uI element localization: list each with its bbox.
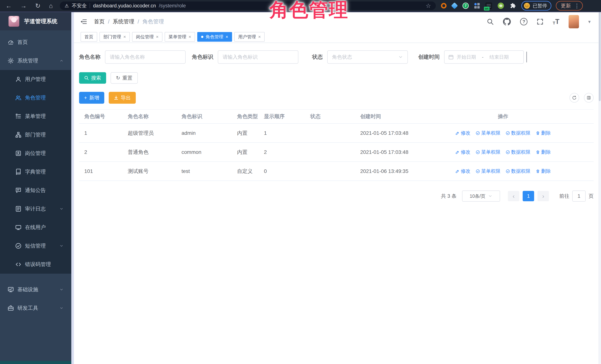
extension-ring-icon[interactable] — [441, 3, 447, 9]
tab-users[interactable]: 用户管理 × — [234, 32, 265, 42]
scrollbar-thumb[interactable] — [599, 12, 601, 101]
sidebar-item-users[interactable]: 用户管理 — [0, 70, 71, 89]
reset-button[interactable]: ↻ 重置 — [110, 72, 138, 84]
extensions-puzzle-icon[interactable] — [510, 3, 516, 9]
cell-role-sort: 1 — [259, 130, 305, 136]
date-range-picker[interactable]: 开始日期 - 结束日期 — [444, 50, 524, 64]
role-name-label: 角色名称 — [79, 53, 100, 61]
data-permission-action[interactable]: 数据权限 — [506, 168, 531, 174]
github-icon[interactable] — [503, 18, 511, 26]
tab-departments[interactable]: 部门管理 × — [100, 32, 130, 42]
export-button[interactable]: 导出 — [109, 92, 136, 104]
back-icon[interactable]: ← — [6, 3, 12, 9]
menu-permission-action[interactable]: 菜单权限 — [476, 168, 501, 174]
circle-check-icon — [15, 243, 22, 249]
breadcrumb-system[interactable]: 系统管理 — [113, 18, 134, 25]
extension-dark-icon[interactable]: on — [485, 2, 492, 9]
sidebar-item-menus[interactable]: 菜单管理 — [0, 107, 71, 126]
not-secure-icon: ⚠ — [65, 3, 69, 9]
refresh-table-button[interactable] — [570, 93, 579, 103]
help-icon[interactable]: ? — [520, 18, 528, 25]
sidebar-item-audit-log[interactable]: 审计日志 — [0, 200, 71, 218]
role-name-input[interactable] — [105, 50, 186, 64]
edit-action[interactable]: 修改 — [455, 149, 471, 155]
forward-icon[interactable]: → — [20, 3, 27, 9]
reload-icon[interactable]: ↻ — [35, 3, 40, 9]
sidebar-scrollbar[interactable] — [71, 12, 74, 364]
font-size-icon[interactable]: TT — [553, 18, 559, 26]
page-size-select[interactable]: 10条/页 — [462, 190, 500, 202]
status-select[interactable]: 角色状态 — [327, 50, 408, 64]
breadcrumb-home[interactable]: 首页 — [94, 18, 105, 25]
sidebar-item-roles[interactable]: 角色管理 — [0, 89, 71, 107]
bookmark-star-icon[interactable]: ☆ — [426, 2, 431, 9]
extension-icons: 7 on — [441, 2, 516, 9]
delete-action[interactable]: 删除 — [536, 149, 551, 155]
tab-close-icon[interactable]: × — [258, 34, 261, 39]
home-icon[interactable]: ⌂ — [49, 3, 53, 9]
sidebar-item-notices[interactable]: 通知公告 — [0, 181, 71, 200]
fullscreen-icon[interactable] — [537, 18, 543, 25]
role-code-input[interactable] — [218, 50, 298, 64]
goto-page-input[interactable] — [572, 190, 586, 202]
search-icon[interactable] — [487, 18, 494, 25]
table-toolbar-row: + 新增 导出 — [79, 92, 594, 104]
sidebar-item-online-users[interactable]: 在线用户 — [0, 218, 71, 237]
edit-action[interactable]: 修改 — [455, 168, 471, 174]
menu-permission-action[interactable]: 菜单权限 — [476, 149, 501, 155]
page-1-button[interactable]: 1 — [523, 191, 534, 201]
menu-permission-label: 菜单权限 — [481, 130, 501, 136]
sidebar-item-sms[interactable]: 短信管理 — [0, 237, 71, 255]
delete-action[interactable]: 删除 — [536, 130, 551, 136]
update-pill[interactable]: 更新 ⋮ — [556, 1, 583, 10]
sidebar-item-home[interactable]: 首页 — [0, 33, 71, 51]
column-settings-button[interactable] — [584, 93, 594, 103]
sidebar-item-posts[interactable]: 岗位管理 — [0, 144, 71, 163]
filter-role-code: 角色标识 — [192, 50, 298, 64]
tab-close-icon[interactable]: × — [156, 34, 159, 39]
avatar-caret-down-icon[interactable]: ▾ — [588, 19, 591, 25]
sidebar-item-system[interactable]: 系统管理 — [0, 51, 71, 70]
next-page-button[interactable]: › — [538, 191, 549, 201]
sidebar-item-label: 角色管理 — [25, 94, 46, 101]
tab-menus[interactable]: 菜单管理 × — [165, 32, 195, 42]
edit-action[interactable]: 修改 — [455, 130, 471, 136]
page-scrollbar[interactable] — [598, 12, 601, 364]
sidebar-item-dictionary[interactable]: 字典管理 — [0, 163, 71, 181]
chevron-down-icon — [60, 207, 63, 211]
tab-close-icon[interactable]: × — [123, 34, 126, 39]
extension-gem-icon[interactable] — [451, 2, 458, 9]
menu-permission-action[interactable]: 菜单权限 — [476, 130, 501, 136]
tags-view-bar: 首页 部门管理 × 岗位管理 × 菜单管理 × 角色管理 × 用户管理 × — [74, 31, 598, 43]
prev-page-button[interactable]: ‹ — [508, 191, 519, 201]
tab-roles[interactable]: 角色管理 × — [197, 32, 232, 42]
col-header-code: 角色标识 — [176, 113, 232, 120]
app-logo — [9, 16, 19, 27]
gear-icon — [7, 57, 14, 64]
sidebar-item-departments[interactable]: 部门管理 — [0, 126, 71, 144]
extension-seven-icon[interactable]: 7 — [462, 3, 469, 9]
edit-action-label: 修改 — [461, 130, 471, 136]
search-button[interactable]: 搜索 — [79, 72, 106, 84]
delete-action[interactable]: 删除 — [536, 168, 551, 174]
data-permission-action[interactable]: 数据权限 — [506, 130, 531, 136]
extension-monkey-icon[interactable] — [498, 3, 504, 9]
delete-action-label: 删除 — [541, 130, 551, 136]
url-bar[interactable]: ⚠ 不安全 dashboard.yudao.iocoder.cn/system/… — [60, 1, 436, 10]
browser-menu-icon[interactable]: ⋮ — [574, 3, 580, 9]
data-permission-action[interactable]: 数据权限 — [506, 149, 531, 155]
user-avatar[interactable] — [569, 15, 579, 28]
sidebar-item-infrastructure[interactable]: 基础设施 — [0, 280, 71, 299]
sidebar-item-error-codes[interactable]: 错误码管理 — [0, 255, 71, 274]
sidebar-collapse-icon[interactable] — [80, 19, 87, 25]
extension-grid-icon[interactable] — [474, 3, 480, 9]
sidebar-item-devtools[interactable]: 研发工具 — [0, 299, 71, 317]
tab-close-icon[interactable]: × — [226, 34, 228, 39]
tab-posts[interactable]: 岗位管理 × — [132, 32, 162, 42]
tab-close-icon[interactable]: × — [189, 34, 191, 39]
add-button[interactable]: + 新增 — [79, 92, 104, 104]
sidebar-bottom-scrollbar[interactable] — [0, 361, 71, 364]
monitor-icon — [15, 224, 22, 231]
profile-paused-pill[interactable]: 已暂停 — [521, 1, 551, 10]
tab-home[interactable]: 首页 — [80, 32, 97, 42]
